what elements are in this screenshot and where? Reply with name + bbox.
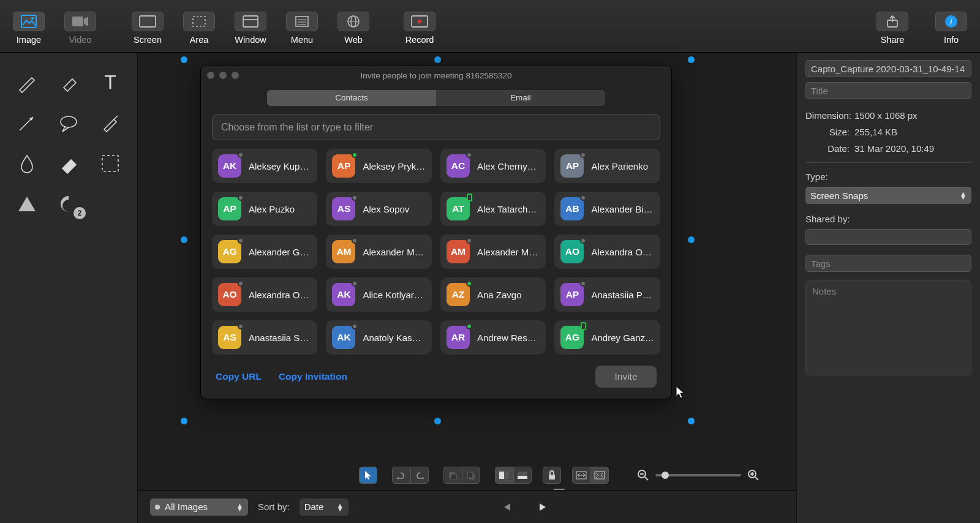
selection-handle[interactable] <box>181 418 187 424</box>
svg-marker-27 <box>18 197 36 211</box>
contact-card[interactable]: ACAlex Cherny… <box>440 149 546 183</box>
zoom-out-icon[interactable] <box>637 469 649 481</box>
contact-card[interactable]: AKAleksey Kup… <box>212 149 317 183</box>
contact-search-input[interactable]: Choose from the list or type to filter <box>212 115 660 140</box>
contact-card[interactable]: ABAlexander Bi… <box>554 192 660 226</box>
redo-button[interactable] <box>410 467 429 484</box>
selection-handle[interactable] <box>688 236 695 243</box>
zoom-slider[interactable] <box>655 474 741 476</box>
contact-avatar: AG <box>560 326 584 349</box>
contact-name: Alexander M… <box>477 247 540 257</box>
contact-card[interactable]: ASAnastasiia S… <box>212 320 317 355</box>
zoom-in-icon[interactable] <box>747 469 760 481</box>
sort-select[interactable]: Date▲▼ <box>300 499 349 516</box>
contact-card[interactable]: ASAlex Sopov <box>326 192 431 226</box>
contact-card[interactable]: AGAlexander G… <box>212 235 317 269</box>
pointer-tool-button[interactable] <box>359 467 377 484</box>
contact-card[interactable]: APAlex Parienko <box>554 149 660 183</box>
layer-back-button[interactable] <box>443 467 462 484</box>
capture-window[interactable]: Window <box>227 12 274 45</box>
lock-button[interactable] <box>543 467 561 484</box>
capture-record[interactable]: Record <box>396 12 443 45</box>
contact-card[interactable]: AMAlexander M… <box>326 235 431 269</box>
presence-indicator <box>238 152 244 158</box>
web-icon <box>337 12 369 31</box>
invite-button[interactable]: Invite <box>595 366 657 388</box>
selection-handle[interactable] <box>688 56 695 63</box>
svg-line-42 <box>596 473 598 475</box>
tool-shape[interactable] <box>6 185 48 223</box>
contact-card[interactable]: AGAndrey Ganz… <box>554 320 660 355</box>
fit-width-button[interactable] <box>572 467 590 484</box>
info-button[interactable]: i Info <box>927 12 975 45</box>
tool-blur-drop[interactable] <box>6 145 48 182</box>
contact-card[interactable]: APAlex Puzko <box>212 192 317 226</box>
tab-email[interactable]: Email <box>436 90 605 106</box>
fit-screen-button[interactable] <box>590 467 609 484</box>
shared-by-field[interactable] <box>805 229 971 245</box>
copy-url-link[interactable]: Copy URL <box>216 371 262 382</box>
step-count-badge: 2 <box>74 207 86 219</box>
record-icon <box>404 12 435 31</box>
filename-field[interactable]: Capto_Capture 2020-03-31_10-49-14 <box>805 60 971 77</box>
tool-pencil[interactable] <box>6 64 48 102</box>
contact-card[interactable]: APAnastasiia P… <box>554 277 660 312</box>
capture-menu[interactable]: Menu <box>278 12 326 45</box>
contact-card[interactable]: AKAnatoly Kas… <box>326 320 431 355</box>
collection-select[interactable]: All Images ▲▼ <box>150 499 248 516</box>
type-select[interactable]: Screen Snaps▲▼ <box>805 187 971 204</box>
presence-indicator <box>580 238 586 244</box>
mode-video[interactable]: Video <box>56 12 104 45</box>
contact-card[interactable]: AOAlexandra O… <box>212 277 317 312</box>
title-field[interactable]: Title <box>805 82 971 99</box>
contact-card[interactable]: APAleksey Pryk… <box>326 149 431 183</box>
capture-screen[interactable]: Screen <box>124 12 172 45</box>
prev-button[interactable] <box>502 502 513 513</box>
tool-callout[interactable] <box>48 104 89 142</box>
contact-avatar: AP <box>332 154 355 178</box>
layer-front-button[interactable] <box>462 467 480 484</box>
svg-marker-53 <box>504 503 510 511</box>
contact-card[interactable]: AMAlexander M… <box>440 235 546 269</box>
notes-field[interactable]: Notes <box>805 280 971 375</box>
share-button[interactable]: Share <box>869 12 916 45</box>
selection-handle[interactable] <box>434 56 441 63</box>
contact-name: Anastasiia S… <box>249 333 311 343</box>
tool-eraser[interactable] <box>48 145 89 182</box>
next-button[interactable] <box>537 502 548 513</box>
tool-text[interactable]: T <box>89 64 131 102</box>
selection-handle[interactable] <box>181 56 187 63</box>
window-controls[interactable] <box>207 72 239 79</box>
contact-name: Aleksey Kup… <box>249 161 311 171</box>
copy-invitation-link[interactable]: Copy Invitation <box>279 371 347 382</box>
view-split-button[interactable] <box>495 467 513 484</box>
undo-button[interactable] <box>392 467 410 484</box>
contact-card[interactable]: AKAlice Kotlyar… <box>326 277 431 312</box>
contact-card[interactable]: ATAlex Tatarch… <box>440 192 546 226</box>
tool-marquee[interactable] <box>89 145 131 182</box>
tool-step[interactable]: 2 <box>48 185 89 223</box>
contact-name: Andrew Res… <box>477 333 540 343</box>
contact-card[interactable]: AOAlexandra O… <box>554 235 660 269</box>
capture-web-label: Web <box>330 35 377 45</box>
contact-name: Ana Zavgo <box>477 290 540 300</box>
contact-card[interactable]: ARAndrew Res… <box>440 320 546 355</box>
capture-area[interactable]: Area <box>175 12 223 45</box>
tool-arrow[interactable] <box>6 104 48 142</box>
presence-indicator <box>580 280 586 287</box>
tab-contacts[interactable]: Contacts <box>267 90 436 106</box>
selection-handle[interactable] <box>688 418 695 424</box>
tool-highlighter[interactable] <box>89 104 131 142</box>
share-icon <box>876 12 908 31</box>
view-full-button[interactable] <box>513 467 532 484</box>
tags-field[interactable]: Tags <box>805 255 971 272</box>
area-icon <box>183 12 215 31</box>
selection-handle[interactable] <box>181 236 187 243</box>
window-icon <box>235 12 266 31</box>
mode-image[interactable]: Image <box>5 12 53 45</box>
tool-eraser-outline[interactable] <box>48 64 89 102</box>
capture-web[interactable]: Web <box>330 12 377 45</box>
selection-handle[interactable] <box>434 418 441 424</box>
contact-card[interactable]: AZAna Zavgo <box>440 277 546 312</box>
contact-name: Alice Kotlyar… <box>363 290 425 300</box>
